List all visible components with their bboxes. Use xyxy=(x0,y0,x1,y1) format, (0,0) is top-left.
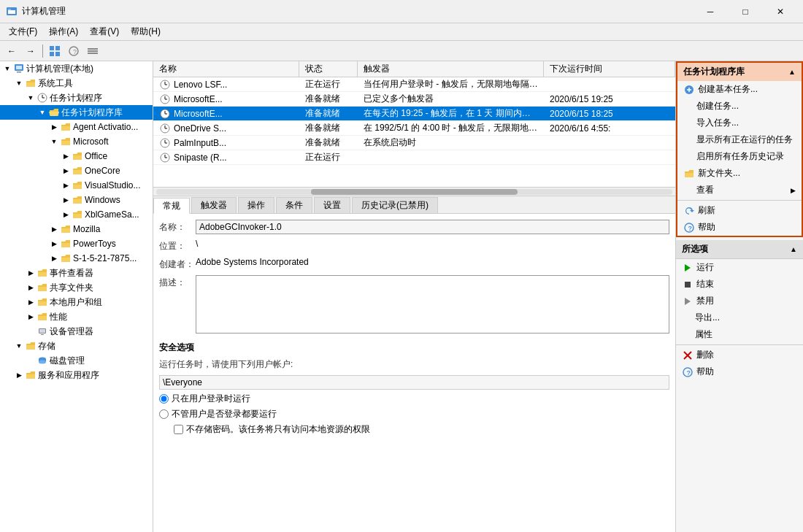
tree-item-agentact[interactable]: ▶ Agent Activatio... xyxy=(0,120,153,134)
right-action-create-task[interactable]: 创建任务... xyxy=(677,98,802,115)
right-action-run[interactable]: 运行 xyxy=(676,259,803,276)
tab-actions[interactable]: 操作 xyxy=(238,197,274,213)
tab-settings[interactable]: 设置 xyxy=(314,197,350,213)
menu-view[interactable]: 查看(V) xyxy=(84,24,125,39)
expand-sid[interactable]: ▶ xyxy=(48,252,60,264)
folder-icon-localusers xyxy=(36,296,48,308)
expand-powertoys[interactable]: ▶ xyxy=(48,238,60,250)
right-action-disable[interactable]: 禁用 xyxy=(676,293,803,309)
tab-triggers[interactable]: 触发器 xyxy=(191,197,237,213)
desc-textarea[interactable] xyxy=(196,275,669,334)
col-header-nextrun[interactable]: 下次运行时间 xyxy=(544,61,675,77)
list-item[interactable]: MicrosoftE... 准备就绪 在每天的 19:25 - 触发后，在 1 … xyxy=(153,107,675,121)
tree-item-storage[interactable]: ▼ 存储 xyxy=(0,339,153,353)
toolbar-btn-1[interactable] xyxy=(46,43,64,59)
tree-item-mozilla[interactable]: ▶ Mozilla xyxy=(0,222,153,236)
maximize-button[interactable]: □ xyxy=(729,0,762,23)
toolbar-btn-2[interactable]: ? xyxy=(65,43,82,59)
expand-xblgames[interactable]: ▶ xyxy=(60,209,72,220)
tree-item-performance[interactable]: ▶ 性能 xyxy=(0,309,153,324)
tab-conditions[interactable]: 条件 xyxy=(276,197,312,213)
list-horizontal-scrollbar[interactable] xyxy=(153,187,675,196)
right-action-help-selected[interactable]: ? 帮助 xyxy=(676,363,803,380)
right-action-view[interactable]: 查看 ▶ xyxy=(677,182,802,198)
col-header-status[interactable]: 状态 xyxy=(299,61,358,77)
col-header-trigger[interactable]: 触发器 xyxy=(358,61,544,77)
tree-item-taskscheduler[interactable]: ▼ 任务计划程序 xyxy=(0,90,153,105)
expand-localusers[interactable]: ▶ xyxy=(25,296,36,308)
expand-taskscheduler[interactable]: ▼ xyxy=(25,92,36,104)
expand-microsoft[interactable]: ▼ xyxy=(48,136,60,147)
tree-item-onecore[interactable]: ▶ OneCore xyxy=(0,163,153,178)
expand-mozilla[interactable]: ▶ xyxy=(48,223,60,235)
task-ready-icon-3 xyxy=(159,123,171,134)
menu-action[interactable]: 操作(A) xyxy=(43,24,84,39)
right-action-end[interactable]: 结束 xyxy=(676,276,803,293)
list-item[interactable]: OneDrive S... 准备就绪 在 1992/5/1 的 4:00 时 -… xyxy=(153,121,675,136)
tree-item-devicemgr[interactable]: 设备管理器 xyxy=(0,324,153,339)
tree-item-eventviewer[interactable]: ▶ 事件查看器 xyxy=(0,266,153,280)
tree-item-sid[interactable]: ▶ S-1-5-21-7875... xyxy=(0,251,153,266)
menu-help[interactable]: 帮助(H) xyxy=(125,24,166,39)
expand-windows[interactable]: ▶ xyxy=(60,194,72,206)
right-action-delete[interactable]: 删除 xyxy=(676,347,803,363)
radio-login[interactable] xyxy=(159,394,169,404)
list-item[interactable]: Lenovo LSF... 正在运行 当任何用户登录时 - 触发后，无限期地每隔… xyxy=(153,77,675,92)
expand-devicemgr[interactable] xyxy=(25,325,36,337)
list-item[interactable]: PalmInputB... 准备就绪 在系统启动时 xyxy=(153,136,675,150)
minimize-button[interactable]: ─ xyxy=(694,0,727,23)
expand-agentact[interactable]: ▶ xyxy=(48,121,60,133)
tree-item-visualstudio[interactable]: ▶ VisualStudio... xyxy=(0,178,153,193)
expand-sharedfolders[interactable]: ▶ xyxy=(25,282,36,293)
tree-item-diskmgmt[interactable]: 磁盘管理 xyxy=(0,353,153,368)
tree-item-root[interactable]: ▼ 计算机管理(本地) xyxy=(0,61,153,76)
right-action-show-running[interactable]: 显示所有正在运行的任务 xyxy=(677,131,802,148)
tree-item-tasklib[interactable]: ▼ 任务计划程序库 xyxy=(0,105,153,120)
right-action-refresh[interactable]: 刷新 xyxy=(677,202,802,219)
right-action-new-folder[interactable]: 新文件夹... xyxy=(677,165,802,182)
expand-system[interactable]: ▼ xyxy=(13,77,25,89)
expand-onecore[interactable]: ▶ xyxy=(60,165,72,177)
right-action-import[interactable]: 导入任务... xyxy=(677,115,802,131)
expand-visualstudio[interactable]: ▶ xyxy=(60,180,72,191)
expand-root[interactable]: ▼ xyxy=(1,63,13,74)
name-input[interactable] xyxy=(196,220,669,234)
expand-office[interactable]: ▶ xyxy=(60,150,72,162)
tree-item-xblgames[interactable]: ▶ XblGameSa... xyxy=(0,207,153,222)
close-button[interactable]: ✕ xyxy=(764,0,797,23)
tree-item-powertoys[interactable]: ▶ PowerToys xyxy=(0,236,153,251)
import-label: 导入任务... xyxy=(696,117,739,129)
tab-history[interactable]: 历史记录(已禁用) xyxy=(352,197,438,213)
right-action-create-basic[interactable]: 创建基本任务... xyxy=(677,81,802,98)
right-action-enable-history[interactable]: 启用所有任务历史记录 xyxy=(677,148,802,165)
list-item[interactable]: MicrosoftE... 准备就绪 已定义多个触发器 2020/6/15 19… xyxy=(153,92,675,107)
expand-eventviewer[interactable]: ▶ xyxy=(25,267,36,279)
right-action-properties[interactable]: 属性 xyxy=(676,326,803,343)
tree-item-system[interactable]: ▼ 系统工具 xyxy=(0,76,153,90)
tree-item-office[interactable]: ▶ Office xyxy=(0,149,153,163)
forward-button[interactable]: → xyxy=(22,43,39,59)
expand-diskmgmt[interactable] xyxy=(25,355,36,366)
tree-item-sharedfolders[interactable]: ▶ 共享文件夹 xyxy=(0,280,153,295)
tree-item-microsoft[interactable]: ▼ Microsoft xyxy=(0,134,153,149)
expand-performance[interactable]: ▶ xyxy=(25,311,36,323)
expand-services[interactable]: ▶ xyxy=(13,369,25,381)
list-item[interactable]: Snipaste (R... 正在运行 xyxy=(153,150,675,165)
right-action-help-tasklib[interactable]: ? 帮助 xyxy=(677,219,802,236)
toolbar-btn-3[interactable] xyxy=(84,43,101,59)
right-action-export[interactable]: 导出... xyxy=(676,309,803,326)
expand-storage[interactable]: ▼ xyxy=(13,340,25,352)
scrollbar-track[interactable] xyxy=(156,189,672,195)
tree-item-windows[interactable]: ▶ Windows xyxy=(0,193,153,207)
radio-always[interactable] xyxy=(159,409,169,419)
tree-item-localusers[interactable]: ▶ 本地用户和组 xyxy=(0,295,153,309)
checkbox-row-1: 不存储密码。该任务将只有访问本地资源的权限 xyxy=(174,423,669,436)
tab-general[interactable]: 常规 xyxy=(153,198,190,214)
tree-item-services[interactable]: ▶ 服务和应用程序 xyxy=(0,368,153,382)
back-button[interactable]: ← xyxy=(3,43,20,59)
menu-file[interactable]: 文件(F) xyxy=(3,24,43,39)
col-header-name[interactable]: 名称 xyxy=(153,61,299,77)
no-store-password-checkbox[interactable] xyxy=(174,425,183,434)
scrollbar-thumb[interactable] xyxy=(311,189,518,195)
expand-tasklib[interactable]: ▼ xyxy=(36,107,48,118)
